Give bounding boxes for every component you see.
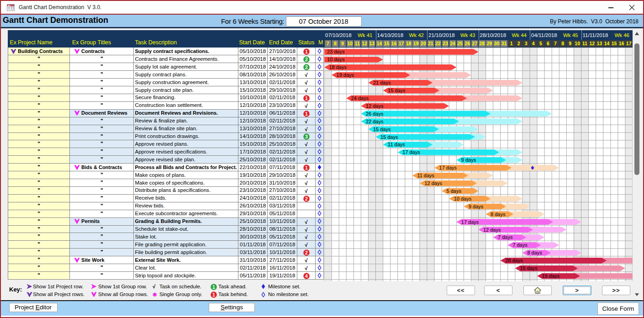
svg-text:11 days: 11 days xyxy=(417,173,434,179)
svg-text:17 days: 17 days xyxy=(402,150,420,155)
svg-text:5 days: 5 days xyxy=(447,188,462,194)
svg-text:22 days: 22 days xyxy=(366,119,384,124)
svg-text:1: 1 xyxy=(305,165,308,170)
svg-text:10 days: 10 days xyxy=(327,57,345,63)
svg-text:8 days: 8 days xyxy=(491,212,506,217)
svg-text:1: 1 xyxy=(212,284,215,289)
svg-text:9 days: 9 days xyxy=(461,158,476,163)
svg-text:10 days: 10 days xyxy=(454,196,472,201)
svg-text:28 days: 28 days xyxy=(505,258,523,264)
svg-text:11 days: 11 days xyxy=(388,142,405,148)
svg-text:4: 4 xyxy=(305,273,308,279)
svg-text:3: 3 xyxy=(305,134,308,139)
svg-text:2: 2 xyxy=(305,196,308,201)
svg-text:17 days: 17 days xyxy=(461,219,479,225)
svg-text:15 days: 15 days xyxy=(380,134,398,140)
svg-text:1: 1 xyxy=(305,49,308,54)
svg-text:1: 1 xyxy=(305,111,308,116)
svg-text:21 days: 21 days xyxy=(373,80,391,85)
svg-text:8 days: 8 days xyxy=(527,250,542,256)
svg-text:9 days: 9 days xyxy=(469,204,484,209)
svg-text:2: 2 xyxy=(305,64,308,70)
svg-text:15 days: 15 days xyxy=(388,88,406,93)
svg-text:19 days: 19 days xyxy=(337,73,354,78)
svg-text:12 days: 12 days xyxy=(366,103,384,109)
svg-text:12 days: 12 days xyxy=(424,180,442,186)
svg-text:12 days: 12 days xyxy=(483,227,501,233)
svg-text:15 days: 15 days xyxy=(373,127,391,132)
svg-text:1: 1 xyxy=(305,95,308,101)
svg-text:7 days: 7 days xyxy=(498,235,513,240)
svg-text:23 days: 23 days xyxy=(327,49,345,55)
svg-text:26 days: 26 days xyxy=(366,111,384,117)
svg-text:2: 2 xyxy=(305,250,308,255)
svg-text:18 days: 18 days xyxy=(329,65,347,70)
svg-text:7 days: 7 days xyxy=(512,243,528,248)
svg-text:1: 1 xyxy=(212,292,215,297)
svg-text:24 days: 24 days xyxy=(351,95,369,101)
svg-text:15 days: 15 days xyxy=(520,266,538,271)
svg-text:17 days: 17 days xyxy=(439,165,457,171)
svg-text:2: 2 xyxy=(305,57,308,62)
svg-text:15 days: 15 days xyxy=(542,273,560,279)
